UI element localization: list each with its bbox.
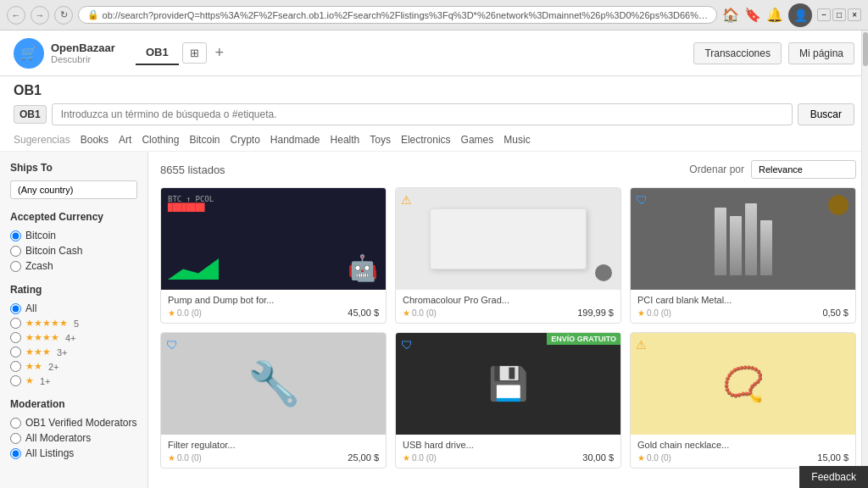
suggestion-bitcoin[interactable]: Bitcoin [189,134,220,146]
product-rating-1: ★ 0.0 (0) [168,308,202,318]
currency-zcash-label: Zcash [25,260,53,272]
ships-to-label: Ships To [10,162,137,174]
browser-icons: 🏠 🔖 🔔 👤 [722,3,812,27]
product-card-4[interactable]: 🛡 🔧 Filter regulator... ★ 0.0 (0) [160,332,387,469]
mod-all-listings-radio[interactable] [10,448,21,459]
currency-bitcoin[interactable]: Bitcoin [10,230,137,241]
product-footer-1: ★ 0.0 (0) 45,00 $ [168,308,379,318]
add-tab-button[interactable]: + [210,42,230,64]
currency-zcash-radio[interactable] [10,261,21,272]
sidebar: Ships To (Any country) Accepted Currency… [0,152,148,488]
sort-label: Ordenar por [689,164,744,175]
metal-bar-4 [760,220,772,275]
metal-bar-3 [745,203,757,275]
product-title-2: Chromacolour Pro Grad... [403,295,614,305]
avatar[interactable]: 👤 [788,3,812,27]
mod-all-listings[interactable]: All Listings [10,447,137,459]
mod-all-radio[interactable] [10,433,21,444]
results-header: 8655 listados Ordenar por Relevance Pric… [160,160,856,179]
shield-icon-3: 🛡 [636,193,648,207]
minimize-button[interactable]: − [817,8,831,21]
rating-1[interactable]: ★ 1+ [10,375,137,386]
product-rating-4: ★ 0.0 (0) [168,453,202,463]
mi-pagina-button[interactable]: Mi página [788,42,854,64]
star-icon-4: ★ [168,453,175,463]
bookmark-icon-btn[interactable]: 🔖 [744,7,761,23]
scrollbar-thumb[interactable] [863,32,868,66]
rating-2[interactable]: ★★ 2+ [10,361,137,372]
product-info-4: Filter regulator... ★ 0.0 (0) 25,00 $ [161,435,386,468]
rating-value-6: 0.0 (0) [647,453,671,463]
lock-icon: 🔒 [87,9,99,20]
currency-bitcoin-radio[interactable] [10,230,21,241]
search-button[interactable]: Buscar [798,103,854,125]
product-badge-4: 🛡 [166,338,178,352]
product-card-1[interactable]: BTC ↑ PCOL████████ 🤖 Pump and Dump bot f… [160,187,387,324]
refresh-button[interactable]: ↻ [54,6,73,25]
rating-5-radio[interactable] [10,318,21,329]
suggestion-crypto[interactable]: Crypto [230,134,259,146]
shield-icon-5: 🛡 [401,338,413,352]
suggestion-books[interactable]: Books [81,134,108,146]
currency-bch[interactable]: Bitcoin Cash [10,245,137,257]
suggestion-art[interactable]: Art [119,134,131,146]
brand-name: OpenBazaar [51,42,115,54]
close-button[interactable]: × [848,8,861,21]
product-footer-3: ★ 0.0 (0) 0,50 $ [637,308,849,318]
product-card-3[interactable]: 🛡 [630,187,856,324]
window-controls: − □ × [817,8,861,21]
rating-5[interactable]: ★★★★★ 5 [10,318,137,329]
bell-icon-btn[interactable]: 🔔 [766,7,783,23]
rating-2-radio[interactable] [10,361,21,372]
suggestion-electronics[interactable]: Electronics [401,134,451,146]
home-icon-btn[interactable]: 🏠 [722,7,739,23]
product-card-2[interactable]: ⚠ Chromacolour Pro Grad... ★ 0.0 (0) [395,187,621,324]
transacciones-button[interactable]: Transacciones [693,42,782,64]
ships-to-select[interactable]: (Any country) [10,180,137,199]
suggestion-music[interactable]: Music [504,134,530,146]
suggestion-games[interactable]: Games [461,134,494,146]
rating-1-radio[interactable] [10,375,21,386]
product-price-1: 45,00 $ [348,308,379,318]
suggestion-health[interactable]: Health [331,134,360,146]
forward-button[interactable]: → [31,6,49,25]
star-icon-1: ★ [168,308,175,318]
rating-3-radio[interactable] [10,347,21,358]
mod-ob1-radio[interactable] [10,418,21,429]
suggestion-handmade[interactable]: Handmade [270,134,320,146]
maximize-button[interactable]: □ [832,8,846,21]
brand-info: OpenBazaar Descubrir [51,42,115,64]
rating-all-radio[interactable] [10,303,21,314]
mod-ob1[interactable]: OB1 Verified Moderators [10,417,137,429]
sort-select[interactable]: Relevance Price: Low to High Price: High… [751,160,856,179]
scrollbar[interactable] [861,30,868,488]
address-bar[interactable]: 🔒 ob://search?providerQ=https%3A%2F%2Fse… [78,6,717,24]
currency-bitcoin-label: Bitcoin [25,230,56,241]
search-row: OB1 Buscar [14,103,854,125]
product-card-6[interactable]: ⚠ 📿 Gold chain necklace... ★ 0.0 (0) [630,332,856,469]
currency-zcash[interactable]: Zcash [10,260,137,272]
rating-all-label: All [25,302,36,314]
currency-bch-label: Bitcoin Cash [25,245,82,257]
rating-4-stars: ★★★★ [25,332,59,343]
suggestion-clothing[interactable]: Clothing [142,134,179,146]
tab-ob1[interactable]: OB1 [136,41,179,65]
rating-all[interactable]: All [10,302,137,314]
product-img-2: ⚠ [396,188,620,290]
feedback-button[interactable]: Feedback [799,466,868,488]
currency-bch-radio[interactable] [10,246,21,257]
rating-3[interactable]: ★★★ 3+ [10,347,137,358]
mod-all[interactable]: All Moderators [10,432,137,444]
product-card-5[interactable]: 🛡 ENVÍO GRATUITO 💾 USB hard drive... ★ 0… [395,332,621,469]
seller-avatar-3 [828,195,849,215]
rating-4-radio[interactable] [10,332,21,343]
warning-icon-6: ⚠ [636,338,647,352]
suggestion-toys[interactable]: Toys [370,134,391,146]
product-badge-6: ⚠ [636,338,647,352]
back-button[interactable]: ← [7,6,25,25]
rating-4[interactable]: ★★★★ 4+ [10,332,137,343]
metal-bars-img [715,203,772,275]
search-input[interactable] [52,103,793,125]
circle-detail [595,264,612,281]
tab-grid-icon[interactable]: ⊞ [182,42,207,64]
